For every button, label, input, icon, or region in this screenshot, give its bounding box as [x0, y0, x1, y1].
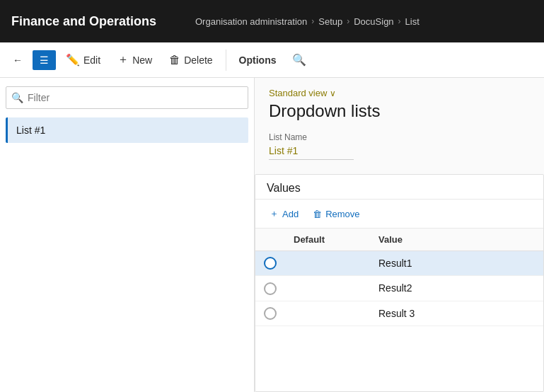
- search-icon: 🔍: [292, 53, 306, 67]
- menu-button[interactable]: ☰: [33, 50, 56, 70]
- back-icon: ←: [13, 54, 23, 66]
- breadcrumb-item-3: DocuSign: [354, 16, 393, 27]
- cell-default: [285, 301, 370, 325]
- standard-view-row[interactable]: Standard view ∨: [269, 88, 530, 98]
- filter-search-icon: 🔍: [11, 92, 23, 103]
- values-toolbar: ＋ Add 🗑 Remove: [255, 200, 543, 229]
- breadcrumb-chevron-3: ›: [398, 16, 401, 26]
- cell-value: Result2: [370, 276, 543, 301]
- list-item-label: List #1: [16, 125, 45, 136]
- values-section: Values ＋ Add 🗑 Remove Default Value: [255, 174, 544, 392]
- right-panel: Standard view ∨ Dropdown lists List Name…: [255, 78, 544, 392]
- breadcrumb-item-1: Organisation administration: [195, 16, 307, 27]
- app-title: Finance and Operations: [11, 14, 195, 29]
- radio-circle[interactable]: [264, 282, 277, 295]
- menu-icon: ☰: [40, 54, 49, 66]
- values-table: Default Value Result1Result2Result 3: [255, 229, 543, 326]
- cell-value: Result1: [370, 251, 543, 276]
- cell-value: Result 3: [370, 301, 543, 325]
- table-row[interactable]: Result1: [255, 251, 543, 276]
- delete-label: Delete: [184, 54, 212, 66]
- radio-circle[interactable]: [264, 307, 277, 320]
- plus-icon: ＋: [117, 52, 129, 67]
- search-button[interactable]: 🔍: [287, 49, 312, 71]
- chevron-down-icon: ∨: [330, 88, 336, 98]
- right-header: Standard view ∨ Dropdown lists List Name…: [255, 78, 544, 166]
- cell-default: [285, 251, 370, 276]
- cell-default: [285, 276, 370, 301]
- edit-icon: ✏️: [66, 53, 80, 67]
- values-header: Values: [255, 175, 543, 200]
- table-row[interactable]: Result 3: [255, 301, 543, 325]
- left-panel: 🔍 List #1: [0, 78, 255, 392]
- add-button[interactable]: ＋ Add: [264, 204, 304, 224]
- toolbar: ← ☰ ✏️ Edit ＋ New 🗑 Delete Options 🔍: [0, 42, 544, 78]
- list-name-label: List Name: [269, 132, 530, 142]
- filter-wrap: 🔍: [6, 86, 248, 109]
- filter-input[interactable]: [6, 86, 248, 109]
- breadcrumb-item-4: List: [405, 16, 419, 27]
- delete-icon: 🗑: [169, 54, 180, 67]
- edit-label: Edit: [83, 54, 100, 66]
- standard-view-label: Standard view: [269, 88, 327, 98]
- remove-label: Remove: [325, 209, 359, 219]
- new-label: New: [132, 54, 152, 66]
- edit-button[interactable]: ✏️ Edit: [59, 49, 108, 71]
- page-title: Dropdown lists: [269, 101, 530, 121]
- breadcrumb-chevron-2: ›: [347, 16, 349, 26]
- toolbar-separator: [226, 50, 226, 71]
- breadcrumb-chevron-1: ›: [311, 16, 314, 26]
- col-header-radio: [255, 229, 285, 251]
- breadcrumb-item-2: Setup: [318, 16, 342, 27]
- table-row[interactable]: Result2: [255, 276, 543, 301]
- list-item[interactable]: List #1: [6, 117, 248, 143]
- options-button[interactable]: Options: [232, 50, 284, 70]
- add-plus-icon: ＋: [270, 207, 279, 220]
- table-header-row: Default Value: [255, 229, 543, 251]
- col-header-default: Default: [285, 229, 370, 251]
- topbar: Finance and Operations Organisation admi…: [0, 0, 544, 42]
- radio-circle[interactable]: [264, 257, 277, 270]
- add-label: Add: [282, 209, 299, 219]
- breadcrumb: Organisation administration › Setup › Do…: [195, 16, 419, 27]
- options-label: Options: [239, 54, 277, 66]
- remove-button[interactable]: 🗑 Remove: [307, 205, 365, 223]
- main-layout: 🔍 List #1 Standard view ∨ Dropdown lists…: [0, 78, 544, 392]
- col-header-value: Value: [370, 229, 543, 251]
- delete-button[interactable]: 🗑 Delete: [162, 50, 219, 71]
- list-name-value[interactable]: List #1: [269, 145, 354, 160]
- back-button[interactable]: ←: [6, 50, 30, 70]
- remove-trash-icon: 🗑: [313, 209, 322, 219]
- new-button[interactable]: ＋ New: [110, 48, 159, 71]
